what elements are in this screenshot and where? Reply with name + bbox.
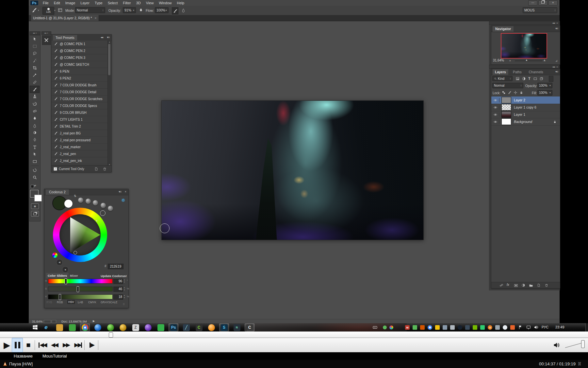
- coolorus-sphere-knob-5[interactable]: [108, 206, 113, 211]
- tool-preset-item[interactable]: DETAIL Trim 2: [52, 123, 108, 130]
- type-tool[interactable]: [30, 143, 40, 150]
- tray-nvidia-icon[interactable]: [473, 325, 477, 330]
- tray-cloud-icon[interactable]: [503, 325, 507, 330]
- taskbar-folder-icon[interactable]: [55, 324, 64, 331]
- tool-preset-item[interactable]: J_real_marker: [52, 144, 108, 150]
- stepper-arrows[interactable]: ▲▼: [123, 294, 126, 300]
- menu-edit[interactable]: Edit: [51, 0, 63, 6]
- trash-icon[interactable]: [103, 167, 107, 171]
- tool-preset-item[interactable]: 9 COLOR BRUSH: [52, 109, 108, 116]
- triangle-mode-icon[interactable]: ◀: [56, 259, 63, 266]
- layer-visibility-eye-icon[interactable]: [491, 120, 499, 124]
- airbrush-pressure-icon[interactable]: [181, 8, 186, 12]
- panel-menu-icon[interactable]: ▾≡: [119, 190, 121, 193]
- close-button[interactable]: ×: [548, 0, 558, 6]
- color-mode-cmyk[interactable]: CMYK: [88, 301, 96, 304]
- update-coolorus-link[interactable]: Update Coolorus!: [97, 274, 127, 278]
- opacity-select[interactable]: 100%▾: [537, 83, 552, 88]
- shape-tool[interactable]: [30, 158, 40, 165]
- taskbar-zbrush-icon[interactable]: Z: [131, 324, 140, 331]
- color-mode-grayscale[interactable]: GRAYSCALE: [101, 301, 117, 304]
- tool-preset-item[interactable]: 7 COLOR DODGE Detail: [52, 89, 108, 96]
- collapse-panel-icon[interactable]: ◂◂: [101, 36, 103, 39]
- taskbar-media-icon[interactable]: [67, 324, 77, 331]
- tab-layers[interactable]: Layers: [493, 69, 508, 75]
- menu-help[interactable]: Help: [174, 0, 187, 6]
- v-value-field[interactable]: 18: [113, 294, 123, 300]
- magic-wand-tool[interactable]: [30, 57, 40, 64]
- status-mini-button[interactable]: [44, 320, 51, 323]
- tray-orange-box-icon[interactable]: [420, 325, 425, 330]
- taskbar-blue-app-icon[interactable]: [93, 324, 103, 331]
- path-selection-tool[interactable]: [30, 150, 40, 158]
- language-indicator[interactable]: РУС: [542, 325, 548, 329]
- layer-thumbnail[interactable]: [501, 104, 511, 111]
- filter-smart-objects-icon[interactable]: [539, 77, 544, 81]
- coolorus-sphere-knob-3[interactable]: [93, 200, 98, 205]
- coolorus-settings-gear-icon[interactable]: [121, 198, 126, 203]
- tray-drive-icon[interactable]: [435, 325, 440, 330]
- delete-layer-trash-icon[interactable]: [545, 283, 548, 287]
- tray-pinwheel-icon[interactable]: [389, 325, 393, 329]
- taskbar-gold-disc-icon[interactable]: [118, 324, 128, 331]
- slider-marker[interactable]: [77, 286, 79, 292]
- menu-file[interactable]: File: [40, 0, 51, 6]
- layer-row-layer-2[interactable]: Layer 2: [491, 96, 560, 104]
- filter-type-layers-icon[interactable]: T: [528, 77, 531, 80]
- screen-mode-button[interactable]: [31, 211, 39, 217]
- s-slider[interactable]: [48, 287, 113, 291]
- zoom-in-mountain-icon[interactable]: ▲: [543, 58, 546, 62]
- taskbar-chrome-icon[interactable]: [80, 324, 90, 331]
- lasso-tool[interactable]: [30, 50, 40, 57]
- layer-style-fx-icon[interactable]: fx: [507, 283, 509, 287]
- color-mode-rgb[interactable]: RGB: [57, 301, 63, 304]
- navigator-thumbnail[interactable]: [501, 33, 547, 59]
- tool-preset-item[interactable]: J_real pen BG: [52, 130, 108, 137]
- coolorus-swap-icon[interactable]: ⇅: [74, 194, 76, 198]
- new-layer-icon[interactable]: [537, 283, 541, 287]
- navigator-zoom-value[interactable]: 31,64%: [493, 59, 504, 62]
- adjustment-layer-icon[interactable]: [521, 283, 525, 287]
- touch-keyboard-icon[interactable]: [372, 325, 378, 330]
- coolorus-sphere-knob-1[interactable]: [78, 198, 83, 203]
- tool-preset-item[interactable]: J_real pen pressured: [52, 137, 108, 144]
- slider-marker[interactable]: [65, 278, 67, 284]
- status-flyout-arrow-icon[interactable]: ▶: [93, 320, 95, 323]
- minimize-button[interactable]: —: [528, 0, 537, 6]
- menu-3d[interactable]: 3D: [134, 0, 143, 6]
- taskbar-green-square-icon[interactable]: [156, 324, 166, 331]
- close-panel-icon[interactable]: ×: [125, 190, 126, 193]
- lock-pixels-icon[interactable]: [508, 91, 512, 95]
- tool-preset-item[interactable]: 6 PEN2: [52, 75, 108, 82]
- slider-marker[interactable]: [59, 294, 61, 300]
- navigator-zoom-slider[interactable]: [515, 61, 542, 61]
- skip-end-button[interactable]: ▶▶: [73, 338, 84, 352]
- square-mode-icon[interactable]: ■: [62, 266, 69, 273]
- play-button[interactable]: ▶: [3, 338, 11, 352]
- link-layers-icon[interactable]: [499, 283, 503, 287]
- seek-bar[interactable]: [0, 331, 588, 338]
- mode-select[interactable]: Normal↕: [75, 7, 105, 13]
- rotate-view-tool[interactable]: [30, 166, 40, 174]
- stepper-arrows[interactable]: ▲▼: [123, 287, 126, 292]
- show-desktop-button[interactable]: [585, 323, 588, 331]
- taskbar-purple-sphere-icon[interactable]: [143, 324, 153, 331]
- lock-transparency-icon[interactable]: [502, 91, 506, 95]
- tool-preset-item[interactable]: 7 COLOR DODGE Specs: [52, 102, 108, 109]
- taskbar-skype-icon[interactable]: S: [219, 324, 229, 331]
- tab-channels[interactable]: Channels: [527, 69, 546, 75]
- crop-tool[interactable]: [30, 64, 40, 71]
- panel-menu-icon[interactable]: ▾≡: [555, 27, 558, 30]
- scrollbar[interactable]: ▴ ▾: [107, 41, 111, 166]
- start-button[interactable]: [32, 324, 38, 330]
- layers-dock-header[interactable]: ◂◂ ×: [489, 65, 560, 69]
- tray-location-icon[interactable]: [480, 325, 485, 330]
- layer-row-layer-1[interactable]: Layer 1: [491, 111, 560, 118]
- tray-display-icon[interactable]: [526, 325, 531, 330]
- move-tool[interactable]: [30, 35, 40, 43]
- tray-pen-icon[interactable]: [443, 325, 447, 330]
- filter-adjustment-layers-icon[interactable]: [522, 77, 526, 81]
- taskbar-pen-app-icon[interactable]: ╱: [181, 324, 191, 331]
- tab-paths[interactable]: Paths: [511, 69, 524, 75]
- filter-toggle[interactable]: [549, 76, 553, 82]
